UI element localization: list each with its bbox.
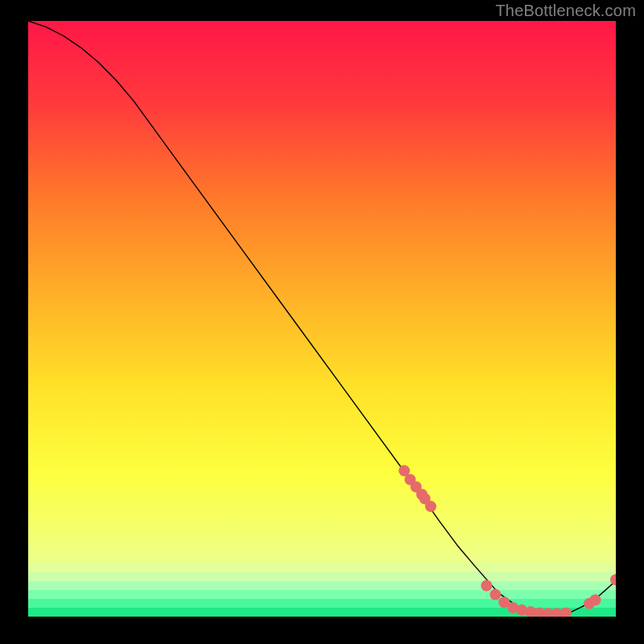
series-dot <box>425 501 436 512</box>
chart-frame: TheBottleneck.com <box>0 0 644 644</box>
series-dot <box>610 574 616 585</box>
watermark-text: TheBottleneck.com <box>495 2 636 20</box>
series-dot <box>481 580 492 592</box>
series-dot <box>589 594 601 605</box>
plot-area <box>28 21 616 617</box>
series-curve <box>28 21 616 614</box>
series-dot <box>489 589 501 601</box>
plot-data-layer <box>28 21 616 617</box>
series-dot <box>560 608 572 617</box>
